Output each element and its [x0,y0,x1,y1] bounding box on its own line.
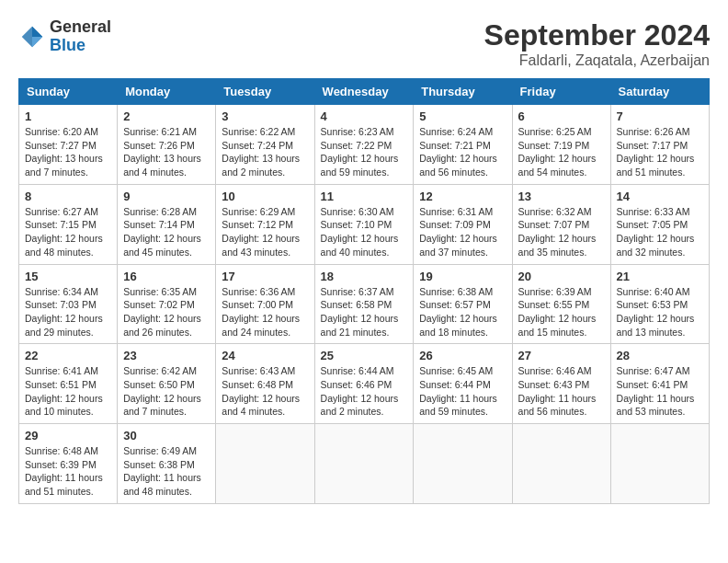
day-number: 3 [222,109,308,123]
day-info: Sunrise: 6:49 AM Sunset: 6:38 PM Dayligh… [123,444,210,499]
day-info: Sunrise: 6:27 AM Sunset: 7:15 PM Dayligh… [25,205,111,259]
day-number: 12 [419,190,506,203]
month-year: September 2024 [484,18,710,52]
col-thursday: Thursday [414,79,512,105]
day-info: Sunrise: 6:34 AM Sunset: 7:03 PM Dayligh… [25,285,111,339]
day-number: 26 [419,349,506,362]
calendar-table: Sunday Monday Tuesday Wednesday Thursday… [18,78,710,504]
week-row-3: 15 Sunrise: 6:34 AM Sunset: 7:03 PM Dayl… [19,264,710,344]
table-cell [610,424,709,504]
day-info: Sunrise: 6:23 AM Sunset: 7:22 PM Dayligh… [321,125,408,179]
table-cell: 25 Sunrise: 6:44 AM Sunset: 6:46 PM Dayl… [314,344,414,424]
table-cell: 11 Sunrise: 6:30 AM Sunset: 7:10 PM Dayl… [314,184,414,264]
day-number: 24 [222,349,308,362]
logo-blue: Blue [50,37,111,55]
week-row-5: 29 Sunrise: 6:48 AM Sunset: 6:39 PM Dayl… [19,424,710,504]
day-info: Sunrise: 6:40 AM Sunset: 6:53 PM Dayligh… [617,285,703,339]
col-saturday: Saturday [610,79,709,105]
table-cell: 9 Sunrise: 6:28 AM Sunset: 7:14 PM Dayli… [118,184,216,264]
table-cell: 16 Sunrise: 6:35 AM Sunset: 7:02 PM Dayl… [118,264,216,344]
day-number: 16 [123,270,210,283]
table-cell [314,424,414,504]
table-cell: 22 Sunrise: 6:41 AM Sunset: 6:51 PM Dayl… [19,344,118,424]
table-cell: 15 Sunrise: 6:34 AM Sunset: 7:03 PM Dayl… [19,264,118,344]
title-block: September 2024 Faldarli, Zaqatala, Azerb… [484,18,710,69]
table-cell: 1 Sunrise: 6:20 AM Sunset: 7:27 PM Dayli… [19,105,118,185]
day-info: Sunrise: 6:29 AM Sunset: 7:12 PM Dayligh… [222,205,308,259]
logo-text: General Blue [50,18,111,55]
day-number: 22 [25,349,111,362]
logo: General Blue [18,18,111,55]
day-number: 23 [123,349,210,362]
day-info: Sunrise: 6:42 AM Sunset: 6:50 PM Dayligh… [123,364,210,419]
day-info: Sunrise: 6:35 AM Sunset: 7:02 PM Dayligh… [123,285,210,339]
logo-icon [18,23,46,51]
table-cell [216,424,314,504]
day-number: 19 [419,270,506,283]
col-wednesday: Wednesday [314,79,414,105]
day-number: 20 [518,270,605,283]
day-number: 15 [25,270,111,283]
day-info: Sunrise: 6:41 AM Sunset: 6:51 PM Dayligh… [25,364,111,419]
day-info: Sunrise: 6:48 AM Sunset: 6:39 PM Dayligh… [25,444,111,499]
day-number: 7 [617,109,703,123]
day-number: 5 [419,109,506,123]
table-cell: 30 Sunrise: 6:49 AM Sunset: 6:38 PM Dayl… [118,424,216,504]
day-info: Sunrise: 6:39 AM Sunset: 6:55 PM Dayligh… [518,285,605,339]
day-info: Sunrise: 6:28 AM Sunset: 7:14 PM Dayligh… [123,205,210,259]
week-row-2: 8 Sunrise: 6:27 AM Sunset: 7:15 PM Dayli… [19,184,710,264]
col-monday: Monday [118,79,216,105]
day-number: 17 [222,270,308,283]
table-cell: 23 Sunrise: 6:42 AM Sunset: 6:50 PM Dayl… [118,344,216,424]
table-cell: 7 Sunrise: 6:26 AM Sunset: 7:17 PM Dayli… [610,105,709,185]
table-cell: 18 Sunrise: 6:37 AM Sunset: 6:58 PM Dayl… [314,264,414,344]
svg-marker-2 [32,37,42,47]
col-sunday: Sunday [19,79,118,105]
table-cell: 12 Sunrise: 6:31 AM Sunset: 7:09 PM Dayl… [414,184,512,264]
day-number: 4 [321,109,408,123]
day-info: Sunrise: 6:31 AM Sunset: 7:09 PM Dayligh… [419,205,506,259]
table-cell: 13 Sunrise: 6:32 AM Sunset: 7:07 PM Dayl… [512,184,610,264]
table-cell: 27 Sunrise: 6:46 AM Sunset: 6:43 PM Dayl… [512,344,610,424]
day-info: Sunrise: 6:21 AM Sunset: 7:26 PM Dayligh… [123,125,210,179]
page-header: General Blue September 2024 Faldarli, Za… [18,18,710,69]
location: Faldarli, Zaqatala, Azerbaijan [484,52,710,69]
day-number: 8 [25,190,111,203]
day-number: 11 [321,190,408,203]
col-tuesday: Tuesday [216,79,314,105]
table-cell: 24 Sunrise: 6:43 AM Sunset: 6:48 PM Dayl… [216,344,314,424]
day-info: Sunrise: 6:22 AM Sunset: 7:24 PM Dayligh… [222,125,308,179]
table-cell: 2 Sunrise: 6:21 AM Sunset: 7:26 PM Dayli… [118,105,216,185]
day-number: 1 [25,109,111,123]
day-number: 6 [518,109,605,123]
day-info: Sunrise: 6:30 AM Sunset: 7:10 PM Dayligh… [321,205,408,259]
day-info: Sunrise: 6:24 AM Sunset: 7:21 PM Dayligh… [419,125,506,179]
day-info: Sunrise: 6:47 AM Sunset: 6:41 PM Dayligh… [617,364,703,419]
day-info: Sunrise: 6:25 AM Sunset: 7:19 PM Dayligh… [518,125,605,179]
svg-marker-1 [32,27,42,37]
table-cell: 3 Sunrise: 6:22 AM Sunset: 7:24 PM Dayli… [216,105,314,185]
day-info: Sunrise: 6:44 AM Sunset: 6:46 PM Dayligh… [321,364,408,419]
table-cell: 28 Sunrise: 6:47 AM Sunset: 6:41 PM Dayl… [610,344,709,424]
table-cell: 6 Sunrise: 6:25 AM Sunset: 7:19 PM Dayli… [512,105,610,185]
logo-general: General [50,18,111,37]
day-number: 18 [321,270,408,283]
table-cell [414,424,512,504]
day-info: Sunrise: 6:38 AM Sunset: 6:57 PM Dayligh… [419,285,506,339]
table-cell: 19 Sunrise: 6:38 AM Sunset: 6:57 PM Dayl… [414,264,512,344]
day-info: Sunrise: 6:26 AM Sunset: 7:17 PM Dayligh… [617,125,703,179]
day-number: 30 [123,429,210,442]
table-cell: 4 Sunrise: 6:23 AM Sunset: 7:22 PM Dayli… [314,105,414,185]
day-info: Sunrise: 6:36 AM Sunset: 7:00 PM Dayligh… [222,285,308,339]
table-cell: 14 Sunrise: 6:33 AM Sunset: 7:05 PM Dayl… [610,184,709,264]
table-cell: 21 Sunrise: 6:40 AM Sunset: 6:53 PM Dayl… [610,264,709,344]
col-friday: Friday [512,79,610,105]
table-cell: 8 Sunrise: 6:27 AM Sunset: 7:15 PM Dayli… [19,184,118,264]
day-number: 10 [222,190,308,203]
calendar-header-row: Sunday Monday Tuesday Wednesday Thursday… [19,79,710,105]
day-number: 14 [617,190,703,203]
table-cell: 10 Sunrise: 6:29 AM Sunset: 7:12 PM Dayl… [216,184,314,264]
day-number: 25 [321,349,408,362]
day-info: Sunrise: 6:33 AM Sunset: 7:05 PM Dayligh… [617,205,703,259]
day-info: Sunrise: 6:43 AM Sunset: 6:48 PM Dayligh… [222,364,308,419]
